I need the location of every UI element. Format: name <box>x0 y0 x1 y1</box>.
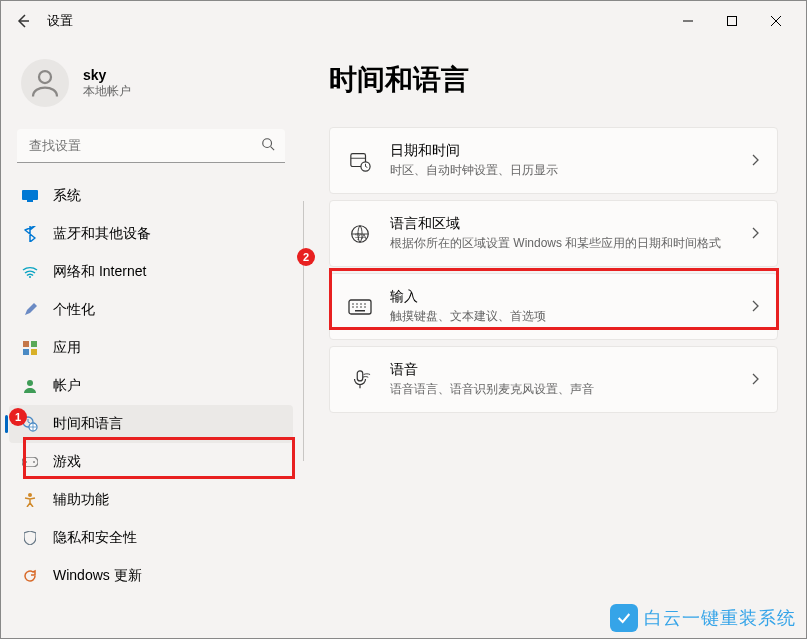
sidebar: sky 本地帐户 系统蓝牙和其他设备网络和 Internet个性化应用帐户时间和… <box>1 41 301 638</box>
back-button[interactable] <box>9 7 37 35</box>
settings-card-1[interactable]: 字A 语言和区域 根据你所在的区域设置 Windows 和某些应用的日期和时间格… <box>329 200 778 267</box>
settings-card-3[interactable]: 语音 语音语言、语音识别麦克风设置、声音 <box>329 346 778 413</box>
window-controls <box>666 5 798 37</box>
user-account-type: 本地帐户 <box>83 83 131 100</box>
svg-rect-7 <box>22 190 38 200</box>
svg-point-32 <box>356 306 358 308</box>
globe-text-icon: 字A <box>348 222 372 246</box>
sidebar-item-3[interactable]: 个性化 <box>9 291 293 329</box>
window-title: 设置 <box>47 12 73 30</box>
watermark-logo-icon <box>610 604 638 632</box>
update-icon <box>21 567 39 585</box>
apps-icon <box>21 339 39 357</box>
user-name: sky <box>83 67 131 83</box>
sidebar-item-0[interactable]: 系统 <box>9 177 293 215</box>
sidebar-item-label: 游戏 <box>53 453 81 471</box>
svg-point-14 <box>27 380 33 386</box>
svg-point-9 <box>29 276 31 278</box>
brush-icon <box>21 301 39 319</box>
svg-point-31 <box>352 306 354 308</box>
sidebar-item-label: 时间和语言 <box>53 415 123 433</box>
card-subtitle: 时区、自动时钟设置、日历显示 <box>390 162 751 179</box>
svg-point-34 <box>364 306 366 308</box>
svg-text:字A: 字A <box>355 231 367 240</box>
avatar <box>21 59 69 107</box>
sidebar-item-label: 应用 <box>53 339 81 357</box>
svg-point-5 <box>263 139 272 148</box>
svg-point-19 <box>33 461 35 463</box>
sidebar-item-10[interactable]: Windows 更新 <box>9 557 293 595</box>
svg-point-20 <box>28 493 32 497</box>
mic-icon <box>348 368 372 392</box>
sidebar-item-label: Windows 更新 <box>53 567 142 585</box>
card-title: 语音 <box>390 361 751 379</box>
svg-rect-10 <box>23 341 29 347</box>
sidebar-item-label: 隐私和安全性 <box>53 529 137 547</box>
clock-globe-icon <box>21 415 39 433</box>
page-title: 时间和语言 <box>329 61 778 99</box>
sidebar-item-label: 个性化 <box>53 301 95 319</box>
sidebar-item-2[interactable]: 网络和 Internet <box>9 253 293 291</box>
sidebar-item-4[interactable]: 应用 <box>9 329 293 367</box>
svg-point-30 <box>364 303 366 305</box>
svg-rect-13 <box>31 349 37 355</box>
back-arrow-icon <box>15 13 31 29</box>
svg-rect-36 <box>357 370 363 380</box>
chevron-right-icon <box>751 153 759 169</box>
svg-point-29 <box>360 303 362 305</box>
bluetooth-icon <box>21 225 39 243</box>
sidebar-item-9[interactable]: 隐私和安全性 <box>9 519 293 557</box>
user-block[interactable]: sky 本地帐户 <box>1 51 301 123</box>
search-icon <box>261 137 275 155</box>
card-subtitle: 语音语言、语音识别麦克风设置、声音 <box>390 381 751 398</box>
svg-point-33 <box>360 306 362 308</box>
sidebar-item-label: 辅助功能 <box>53 491 109 509</box>
svg-rect-8 <box>27 200 33 202</box>
keyboard-icon <box>348 295 372 319</box>
person-icon <box>21 377 39 395</box>
wifi-icon <box>21 263 39 281</box>
card-title: 语言和区域 <box>390 215 751 233</box>
settings-card-0[interactable]: 日期和时间 时区、自动时钟设置、日历显示 <box>329 127 778 194</box>
watermark: 白云一键重装系统 <box>610 604 796 632</box>
sidebar-item-5[interactable]: 帐户 <box>9 367 293 405</box>
minimize-button[interactable] <box>666 5 710 37</box>
svg-point-28 <box>356 303 358 305</box>
card-title: 日期和时间 <box>390 142 751 160</box>
sidebar-item-label: 系统 <box>53 187 81 205</box>
svg-rect-12 <box>23 349 29 355</box>
display-icon <box>21 187 39 205</box>
maximize-button[interactable] <box>710 5 754 37</box>
card-subtitle: 根据你所在的区域设置 Windows 和某些应用的日期和时间格式 <box>390 235 751 252</box>
person-icon <box>27 65 63 101</box>
main-content: 时间和语言 日期和时间 时区、自动时钟设置、日历显示 字A 语言和区域 根据你所… <box>301 41 806 638</box>
sidebar-item-label: 网络和 Internet <box>53 263 146 281</box>
gamepad-icon <box>21 453 39 471</box>
sidebar-item-8[interactable]: 辅助功能 <box>9 481 293 519</box>
calendar-clock-icon <box>348 149 372 173</box>
search-box[interactable] <box>17 129 285 163</box>
titlebar: 设置 <box>1 1 806 41</box>
close-button[interactable] <box>754 5 798 37</box>
card-title: 输入 <box>390 288 751 306</box>
svg-rect-35 <box>355 310 365 312</box>
search-input[interactable] <box>17 129 285 163</box>
sidebar-item-label: 蓝牙和其他设备 <box>53 225 151 243</box>
settings-card-2[interactable]: 输入 触摸键盘、文本建议、首选项 <box>329 273 778 340</box>
chevron-right-icon <box>751 372 759 388</box>
nav-list: 系统蓝牙和其他设备网络和 Internet个性化应用帐户时间和语言游戏辅助功能隐… <box>1 177 301 595</box>
sidebar-item-1[interactable]: 蓝牙和其他设备 <box>9 215 293 253</box>
svg-point-18 <box>25 461 27 463</box>
accessibility-icon <box>21 491 39 509</box>
chevron-right-icon <box>751 226 759 242</box>
shield-icon <box>21 529 39 547</box>
svg-rect-1 <box>728 17 737 26</box>
card-subtitle: 触摸键盘、文本建议、首选项 <box>390 308 751 325</box>
chevron-right-icon <box>751 299 759 315</box>
sidebar-item-6[interactable]: 时间和语言 <box>9 405 293 443</box>
sidebar-item-7[interactable]: 游戏 <box>9 443 293 481</box>
watermark-text: 白云一键重装系统 <box>644 606 796 630</box>
sidebar-item-label: 帐户 <box>53 377 81 395</box>
svg-rect-11 <box>31 341 37 347</box>
svg-rect-17 <box>22 457 38 467</box>
